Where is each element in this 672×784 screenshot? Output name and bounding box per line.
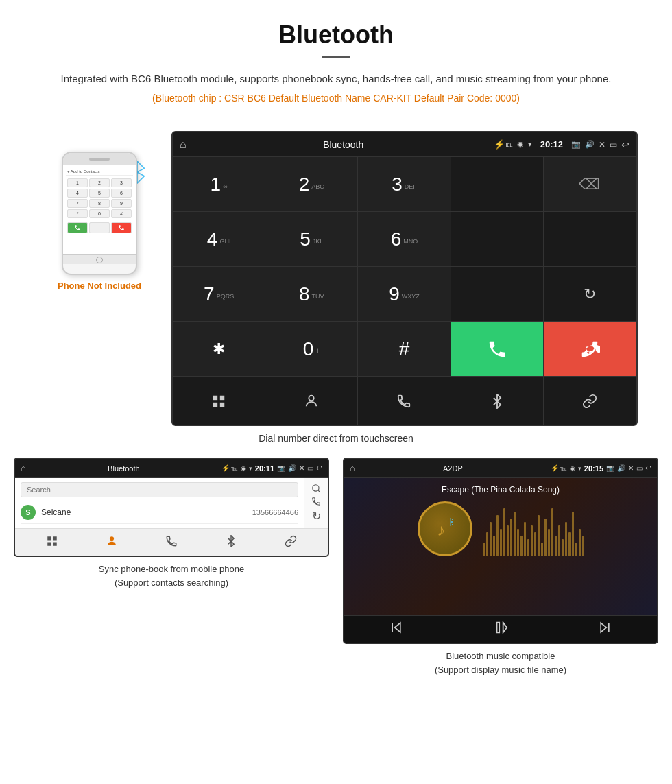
page-header: Bluetooth Integrated with BC6 Bluetooth …	[0, 0, 672, 124]
dial-key-3[interactable]: 3 DEF	[358, 157, 451, 212]
phone-key-star: *	[67, 209, 88, 218]
mu-back-icon[interactable]: ↩	[645, 464, 651, 473]
dial-bottom-bar	[173, 377, 636, 425]
mu-win-icon[interactable]: ▭	[636, 464, 643, 472]
music-content: Escape (The Pina Colada Song) ♪	[344, 478, 657, 615]
pb-link-btn[interactable]	[285, 535, 297, 550]
pb-close-icon[interactable]: ✕	[299, 464, 304, 472]
car-dial-screen: ⌂ Bluetooth ⚡ ℡ ◉ ▾ 20:12 📷 🔊 ✕ ▭ ↩ 1	[171, 131, 638, 426]
dial-key-1[interactable]: 1 ∞	[173, 157, 265, 212]
phonebook-side-icons: ↻	[304, 478, 328, 528]
dial-key-7[interactable]: 7 PQRS	[173, 267, 265, 322]
phone-mockup-container: + Add to Contacts 1 2 3 4 5 6 7 8 9 * 0 …	[34, 152, 165, 291]
phone-call-btn	[67, 222, 88, 233]
pb-bluetooth-btn[interactable]	[225, 535, 237, 550]
close-icon[interactable]: ✕	[599, 140, 605, 150]
phonebook-entry[interactable]: S Seicane 13566664466	[21, 501, 298, 524]
phone-key-hash: #	[111, 209, 132, 218]
bottom-bluetooth-btn[interactable]	[451, 377, 544, 425]
dial-backspace-btn[interactable]: ⌫	[544, 157, 636, 212]
phonebook-screen-wrapper: ⌂ Bluetooth ⚡ ℡ ◉ ▾ 20:11 📷 🔊 ✕ ▭ ↩	[14, 458, 329, 676]
pb-win-icon[interactable]: ▭	[307, 464, 313, 472]
svg-rect-2	[213, 402, 217, 406]
dial-key-6[interactable]: 6 MNO	[358, 212, 451, 267]
contact-avatar: S	[21, 505, 36, 520]
dial-key-8[interactable]: 8 TUV	[265, 267, 358, 322]
description-text: Integrated with BC6 Bluetooth module, su…	[27, 71, 645, 87]
dial-key-star[interactable]: ✱	[173, 322, 265, 377]
pb-back-icon[interactable]: ↩	[316, 464, 322, 473]
svg-marker-13	[394, 623, 400, 632]
bottom-person-btn[interactable]	[265, 377, 358, 425]
bottom-link-btn[interactable]	[544, 377, 636, 425]
dial-key-9[interactable]: 9 WXYZ	[358, 267, 451, 322]
phonebook-search-input[interactable]	[21, 482, 298, 497]
svg-rect-3	[220, 402, 224, 406]
volume-icon[interactable]: 🔊	[585, 140, 595, 149]
middle-section: + Add to Contacts 1 2 3 4 5 6 7 8 9 * 0 …	[0, 124, 672, 426]
pb-cam-icon: 📷	[277, 464, 285, 472]
music-time: 20:15	[584, 464, 603, 473]
phonebook-status-bar: ⌂ Bluetooth ⚡ ℡ ◉ ▾ 20:11 📷 🔊 ✕ ▭ ↩	[15, 459, 328, 478]
pb-search-icon[interactable]	[311, 484, 321, 496]
svg-rect-0	[213, 395, 217, 399]
phone-speaker	[89, 158, 110, 161]
music-status-bar: ⌂ A2DP ⚡ ℡ ◉ ▾ 20:15 📷 🔊 ✕ ▭ ↩	[344, 459, 657, 478]
music-home-icon[interactable]: ⌂	[350, 463, 355, 473]
back-icon[interactable]: ↩	[621, 139, 629, 150]
svg-rect-1	[220, 395, 224, 399]
home-button	[96, 257, 103, 263]
svg-rect-15	[496, 623, 499, 633]
phonebook-home-icon[interactable]: ⌂	[21, 463, 26, 473]
svg-line-6	[318, 490, 320, 492]
music-usb-icon: ⚡	[551, 464, 559, 472]
pb-sig-icon: ▾	[249, 465, 252, 472]
phonebook-usb-icon: ⚡	[221, 464, 230, 472]
music-next-btn[interactable]	[598, 621, 612, 638]
phone-key-5: 5	[89, 189, 110, 198]
music-prev-btn[interactable]	[389, 621, 403, 638]
dial-key-4[interactable]: 4 GHI	[173, 212, 265, 267]
pb-person-btn[interactable]	[106, 535, 118, 550]
dial-call-btn[interactable]	[451, 322, 544, 377]
dial-key-hash[interactable]: #	[358, 322, 451, 377]
bottom-phone-btn[interactable]	[358, 377, 451, 425]
pb-sync-side-icon[interactable]: ↻	[312, 510, 321, 523]
phone-key-7: 7	[67, 199, 88, 208]
car-status-bar: ⌂ Bluetooth ⚡ ℡ ◉ ▾ 20:12 📷 🔊 ✕ ▭ ↩	[173, 132, 636, 157]
phone-key-4: 4	[67, 189, 88, 198]
pb-vol-icon: 🔊	[288, 464, 296, 472]
pb-call-side-icon[interactable]	[311, 497, 321, 509]
svg-point-5	[313, 485, 319, 491]
music-status-icons: ℡ ◉ ▾ 20:15 📷 🔊 ✕ ▭ ↩	[560, 464, 651, 473]
dial-sync-cell[interactable]: ↻	[544, 267, 636, 322]
pb-grid-btn[interactable]	[46, 535, 58, 550]
dial-caption: Dial number direct from touchscreen	[0, 433, 672, 444]
home-icon[interactable]: ⌂	[180, 139, 187, 151]
dial-empty-1	[451, 157, 544, 212]
phone-screen: + Add to Contacts 1 2 3 4 5 6 7 8 9 * 0 …	[63, 165, 136, 254]
dial-key-0[interactable]: 0 +	[265, 322, 358, 377]
mu-cam-icon: 📷	[606, 464, 614, 472]
phone-not-included-label: Phone Not Included	[58, 281, 141, 291]
dial-key-5[interactable]: 5 JKL	[265, 212, 358, 267]
camera-icon[interactable]: 📷	[571, 140, 581, 149]
phonebook-car-screen: ⌂ Bluetooth ⚡ ℡ ◉ ▾ 20:11 📷 🔊 ✕ ▭ ↩	[14, 458, 329, 557]
window-icon[interactable]: ▭	[610, 140, 617, 150]
contact-name: Seicane	[41, 508, 252, 517]
phone-key-0: 0	[89, 209, 110, 218]
phone-top-bar	[63, 153, 136, 165]
pb-phone-btn[interactable]	[165, 535, 178, 550]
phone-key-6: 6	[111, 189, 132, 198]
bottom-grid-btn[interactable]	[173, 377, 265, 425]
dial-empty-4	[451, 267, 544, 322]
dial-grid: 1 ∞ 2 ABC 3 DEF ⌫	[173, 157, 636, 377]
phone-end-btn	[111, 222, 132, 233]
mu-close-icon[interactable]: ✕	[628, 464, 634, 472]
music-controls-bar	[344, 615, 657, 643]
dial-key-2[interactable]: 2 ABC	[265, 157, 358, 212]
phone-screen-title: + Add to Contacts	[66, 168, 133, 176]
music-car-screen: ⌂ A2DP ⚡ ℡ ◉ ▾ 20:15 📷 🔊 ✕ ▭ ↩ Escape (T…	[343, 458, 658, 644]
music-play-pause-btn[interactable]	[493, 620, 508, 639]
dial-end-btn[interactable]	[544, 322, 636, 377]
